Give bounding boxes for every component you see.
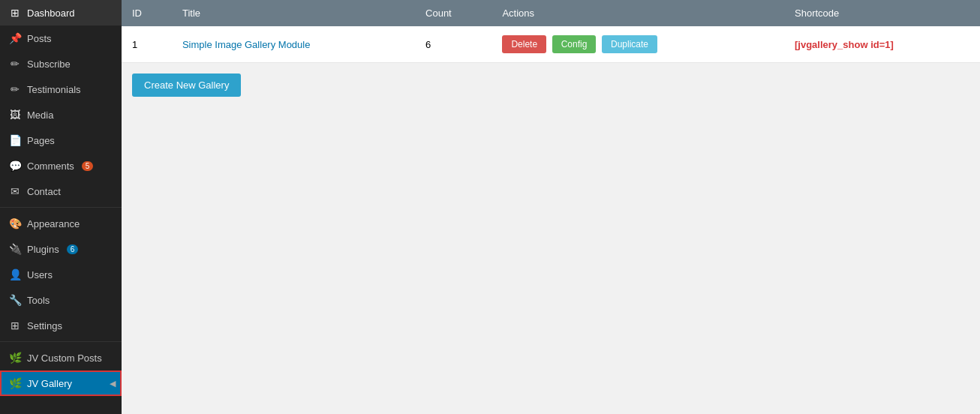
sidebar-item-label: Pages — [27, 135, 55, 146]
subscribe-icon: ✏ — [9, 58, 21, 70]
jv-gallery-icon: 🌿 — [9, 377, 21, 389]
sidebar-item-jv-gallery[interactable]: 🌿 JV Gallery ◀ — [0, 370, 122, 396]
comments-icon: 💬 — [9, 160, 21, 172]
cell-actions: Delete Config Duplicate — [492, 26, 784, 63]
sidebar-item-appearance[interactable]: 🎨 Appearance — [0, 211, 122, 236]
sidebar-item-label: Plugins — [27, 244, 59, 255]
col-shortcode: Shortcode — [784, 0, 980, 26]
sidebar-item-tools[interactable]: 🔧 Tools — [0, 287, 122, 313]
sidebar-item-settings[interactable]: ⊞ Settings — [0, 313, 122, 338]
active-arrow-icon: ◀ — [110, 379, 116, 388]
sidebar-item-label: Contact — [27, 186, 61, 197]
appearance-icon: 🎨 — [9, 218, 21, 230]
tools-icon: 🔧 — [9, 294, 21, 306]
sidebar-item-label: JV Gallery — [27, 378, 72, 389]
col-title: Title — [172, 0, 415, 26]
create-new-gallery-button[interactable]: Create New Gallery — [132, 74, 241, 97]
sidebar-item-contact[interactable]: ✉ Contact — [0, 178, 122, 204]
col-id: ID — [122, 0, 172, 26]
gallery-title-link[interactable]: Simple Image Gallery Module — [182, 39, 311, 50]
sidebar-item-label: Appearance — [27, 218, 80, 230]
create-gallery-area: Create New Gallery — [122, 63, 980, 107]
sidebar-item-label: JV Custom Posts — [27, 352, 102, 364]
sidebar-item-label: Posts — [27, 33, 52, 44]
settings-icon: ⊞ — [9, 320, 21, 332]
media-icon: 🖼 — [9, 109, 21, 121]
sidebar-item-label: Users — [27, 269, 53, 280]
table-row: 1 Simple Image Gallery Module 6 Delete C… — [122, 26, 980, 63]
gallery-table: ID Title Count Actions Shortcode 1 Simpl… — [122, 0, 980, 63]
comments-badge: 5 — [82, 161, 94, 171]
cell-title: Simple Image Gallery Module — [172, 26, 415, 63]
contact-icon: ✉ — [9, 185, 21, 197]
sidebar-item-posts[interactable]: 📌 Posts — [0, 26, 122, 51]
col-count: Count — [415, 0, 492, 26]
sidebar-item-comments[interactable]: 💬 Comments 5 — [0, 153, 122, 178]
sidebar-item-users[interactable]: 👤 Users — [0, 262, 122, 287]
sidebar-item-label: Settings — [27, 320, 62, 332]
sidebar-item-jv-custom-posts[interactable]: 🌿 JV Custom Posts — [0, 345, 122, 370]
sidebar-item-label: Tools — [27, 295, 50, 306]
cell-id: 1 — [122, 26, 172, 63]
sidebar-item-label: Testimonials — [27, 84, 81, 95]
sidebar-item-label: Media — [27, 110, 53, 121]
cell-shortcode: [jvgallery_show id=1] — [784, 26, 980, 63]
sidebar-item-plugins[interactable]: 🔌 Plugins 6 — [0, 236, 122, 262]
gallery-table-container: ID Title Count Actions Shortcode 1 Simpl… — [122, 0, 980, 63]
sidebar-item-label: Comments — [27, 160, 74, 172]
sidebar-item-testimonials[interactable]: ✏ Testimonials — [0, 76, 122, 102]
shortcode-value: [jvgallery_show id=1] — [795, 39, 894, 50]
sidebar-item-pages[interactable]: 📄 Pages — [0, 128, 122, 153]
sidebar-item-subscribe[interactable]: ✏ Subscribe — [0, 51, 122, 76]
jv-custom-posts-icon: 🌿 — [9, 352, 21, 364]
cell-count: 6 — [415, 26, 492, 63]
config-button[interactable]: Config — [552, 35, 597, 53]
sidebar-item-dashboard[interactable]: ⊞ Dashboard — [0, 0, 122, 26]
pages-icon: 📄 — [9, 134, 21, 146]
col-actions: Actions — [492, 0, 784, 26]
sidebar-item-label: Dashboard — [27, 8, 75, 19]
main-content: ID Title Count Actions Shortcode 1 Simpl… — [122, 0, 980, 414]
dashboard-icon: ⊞ — [9, 7, 21, 19]
posts-icon: 📌 — [9, 32, 21, 44]
sidebar: ⊞ Dashboard 📌 Posts ✏ Subscribe ✏ Testim… — [0, 0, 122, 414]
sidebar-item-label: Subscribe — [27, 58, 71, 70]
testimonials-icon: ✏ — [9, 83, 21, 95]
users-icon: 👤 — [9, 268, 21, 280]
duplicate-button[interactable]: Duplicate — [602, 35, 657, 53]
sidebar-item-media[interactable]: 🖼 Media — [0, 102, 122, 128]
plugins-badge: 6 — [67, 244, 79, 254]
plugins-icon: 🔌 — [9, 243, 21, 255]
delete-button[interactable]: Delete — [502, 35, 546, 53]
